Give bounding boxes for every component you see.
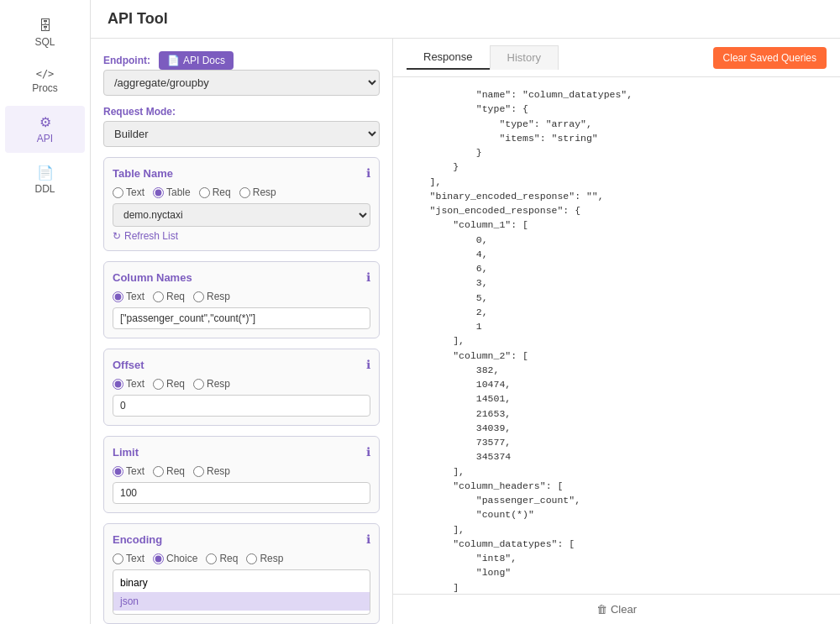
column-names-info-icon[interactable]: ℹ [366,270,370,284]
limit-info-icon[interactable]: ℹ [366,445,370,459]
tab-history[interactable]: History [490,45,559,70]
api-icon: ⚙ [39,114,51,130]
table-name-title: Table Name [113,167,173,180]
response-footer: 🗑 Clear [393,594,840,624]
endpoint-select[interactable]: /aggregate/groupby [103,70,380,96]
endpoint-section: Endpoint: 📄 API Docs /aggregate/groupby [103,51,380,96]
sidebar-item-procs[interactable]: </> Procs [5,60,85,102]
encoding-radio-group: Text Choice Req Resp [113,553,370,564]
limit-input[interactable] [113,482,370,504]
column-names-radio-req[interactable]: Req [153,291,185,302]
encoding-radio-req[interactable]: Req [206,553,238,564]
column-names-radio-group: Text Req Resp [113,291,370,302]
offset-radio-resp[interactable]: Resp [193,378,230,390]
tab-response[interactable]: Response [407,45,490,70]
table-name-radio-table[interactable]: Table [153,186,191,198]
table-name-radio-req[interactable]: Req [199,186,231,198]
column-names-title: Column Names [113,271,192,284]
request-mode-section: Request Mode: Builder [103,106,380,147]
ddl-icon: 📄 [37,165,54,181]
limit-radio-resp[interactable]: Resp [193,465,230,477]
table-name-info-icon[interactable]: ℹ [366,166,370,180]
offset-radio-text[interactable]: Text [113,378,144,390]
encoding-radio-resp[interactable]: Resp [246,553,283,564]
column-names-radio-text[interactable]: Text [113,291,144,302]
table-name-radio-text[interactable]: Text [113,186,144,198]
request-mode-select[interactable]: Builder [103,121,380,147]
sidebar-item-ddl-label: DDL [34,183,55,195]
limit-radio-req[interactable]: Req [153,465,185,477]
endpoint-label: Endpoint: [103,55,150,66]
offset-title: Offset [113,359,144,371]
offset-input[interactable] [113,395,370,417]
right-panel-header: Response History Clear Saved Queries [393,39,840,77]
column-names-input[interactable] [113,307,370,329]
limit-radio-group: Text Req Resp [113,465,370,477]
table-name-radio-resp[interactable]: Resp [239,186,276,198]
column-names-radio-resp[interactable]: Resp [193,291,230,302]
sidebar-item-api-label: API [37,133,53,144]
encoding-title: Encoding [113,533,162,546]
encoding-radio-choice[interactable]: Choice [153,553,197,564]
api-docs-icon: 📄 [167,55,180,66]
sidebar: 🗄 SQL </> Procs ⚙ API 📄 DDL [0,0,91,624]
encoding-option-binary[interactable]: binary [113,574,370,592]
sql-icon: 🗄 [39,18,52,34]
clear-button[interactable]: 🗑 Clear [596,603,637,616]
left-panel: Endpoint: 📄 API Docs /aggregate/groupby … [91,39,393,624]
page-title: API Tool [108,10,168,27]
table-name-section: Table Name ℹ Text Table Req Resp demo.ny… [103,157,380,251]
response-content: "name": "column_datatypes", "type": { "t… [393,77,840,594]
clear-saved-queries-button[interactable]: Clear Saved Queries [713,47,827,69]
response-tabs: Response History [407,45,559,70]
trash-icon: 🗑 [596,603,607,616]
sidebar-item-api[interactable]: ⚙ API [5,106,85,153]
refresh-icon: ↻ [113,230,121,242]
procs-icon: </> [36,68,55,80]
offset-radio-group: Text Req Resp [113,378,370,390]
limit-radio-text[interactable]: Text [113,465,144,477]
encoding-section: Encoding ℹ Text Choice Req Resp binary j… [103,523,380,624]
encoding-option-json[interactable]: json [113,592,370,611]
encoding-radio-text[interactable]: Text [113,553,144,564]
sidebar-item-sql[interactable]: 🗄 SQL [5,10,85,56]
right-panel: Response History Clear Saved Queries "na… [393,39,840,624]
sidebar-item-ddl[interactable]: 📄 DDL [5,156,85,203]
request-mode-label: Request Mode: [103,106,380,118]
table-name-radio-group: Text Table Req Resp [113,186,370,198]
offset-info-icon[interactable]: ℹ [366,358,370,371]
offset-section: Offset ℹ Text Req Resp [103,349,380,426]
limit-title: Limit [113,446,139,459]
limit-section: Limit ℹ Text Req Resp [103,436,380,513]
sidebar-item-sql-label: SQL [34,36,55,48]
sidebar-item-procs-label: Procs [32,82,58,94]
encoding-list: binary json [113,569,370,615]
encoding-info-icon[interactable]: ℹ [366,532,370,546]
refresh-list-button[interactable]: ↻ Refresh List [113,230,178,242]
offset-radio-req[interactable]: Req [153,378,185,390]
api-docs-button[interactable]: 📄 API Docs [159,51,234,70]
main-area: API Tool Endpoint: 📄 API Docs /aggregate… [91,0,840,624]
table-name-select[interactable]: demo.nyctaxi [113,203,370,227]
column-names-section: Column Names ℹ Text Req Resp [103,261,380,338]
page-header: API Tool [91,0,840,39]
content-area: Endpoint: 📄 API Docs /aggregate/groupby … [91,39,840,624]
